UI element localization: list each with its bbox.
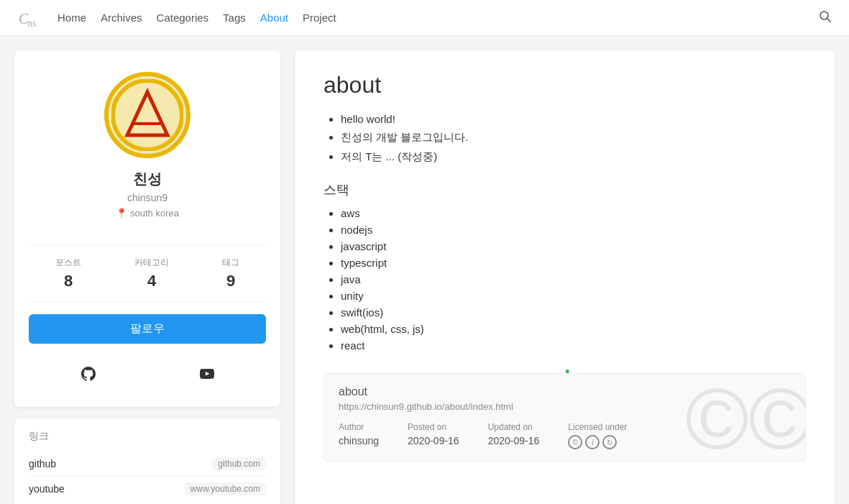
svg-text:ns: ns [27, 18, 36, 29]
site-logo[interactable]: C ns [17, 6, 40, 29]
stats-row: 포스트 8 카테고리 4 태그 9 [29, 244, 266, 303]
sa-icon: ↻ [602, 435, 617, 449]
stat-posts: 포스트 8 [55, 257, 81, 290]
nav-home[interactable]: Home [58, 12, 86, 24]
github-link-row: github github.com [29, 452, 266, 477]
profile-section: 친성 chinsun9 📍 south korea [29, 72, 266, 233]
svg-line-3 [827, 19, 831, 22]
stack-item-2: javascript [341, 240, 806, 252]
page-content: 친성 chinsun9 📍 south korea 포스트 8 카테고리 4 [0, 36, 849, 504]
youtube-icon[interactable] [196, 362, 219, 385]
location-pin-icon: 📍 [116, 208, 127, 219]
footer-card-title: about [339, 385, 791, 398]
stat-categories: 카테고리 4 [134, 257, 169, 290]
footer-posted: Posted on 2020-09-16 [408, 422, 459, 449]
intro-item-2: 저의 T는 ... (작성중) [341, 150, 806, 164]
youtube-link-url[interactable]: www.youtube.com [185, 482, 266, 495]
nav-about[interactable]: About [260, 12, 288, 24]
profile-card: 친성 chinsun9 📍 south korea 포스트 8 카테고리 4 [14, 50, 280, 407]
right-panel: about hello world! 친성의 개발 블로그입니다. 저의 T는 … [295, 50, 835, 504]
intro-item-1: 친성의 개발 블로그입니다. [341, 131, 806, 145]
stack-item-0: aws [341, 207, 806, 219]
profile-location: 📍 south korea [116, 208, 179, 219]
stack-item-3: typescript [341, 257, 806, 269]
footer-meta: Author chinsung Posted on 2020-09-16 Upd… [339, 422, 791, 449]
stack-item-7: web(html, css, js) [341, 323, 806, 335]
navbar: C ns Home Archives Categories Tags About… [0, 0, 849, 36]
social-icons [29, 355, 266, 393]
stack-item-4: java [341, 273, 806, 285]
youtube-link-row: youtube www.youtube.com [29, 477, 266, 501]
stack-item-8: react [341, 339, 806, 352]
license-icons: © i ↻ [568, 435, 627, 449]
links-title: 링크 [29, 430, 266, 443]
about-title: about [323, 72, 806, 98]
stack-list: aws nodejs javascript typescript java un… [323, 207, 806, 352]
footer-card: about https://chinsun9.github.io/about/i… [323, 373, 806, 462]
github-icon[interactable] [77, 362, 100, 385]
nav-archives[interactable]: Archives [101, 12, 142, 24]
stat-tags: 태그 9 [222, 257, 239, 290]
left-panel: 친성 chinsun9 📍 south korea 포스트 8 카테고리 4 [14, 50, 280, 504]
github-link-name: github [29, 458, 56, 469]
nav-tags[interactable]: Tags [223, 12, 246, 24]
cc-icon: © [568, 435, 582, 449]
profile-username: chinsun9 [127, 192, 167, 203]
by-icon: i [585, 435, 600, 449]
intro-item-0: hello world! [341, 113, 806, 125]
stack-title: 스택 [323, 181, 806, 198]
youtube-link-name: youtube [29, 483, 65, 495]
links-section: 링크 github github.com youtube www.youtube… [14, 418, 280, 504]
nav-project[interactable]: Project [303, 12, 336, 24]
stack-item-1: nodejs [341, 224, 806, 236]
stack-item-6: swift(ios) [341, 306, 806, 319]
avatar [104, 72, 191, 158]
follow-button[interactable]: 팔로우 [29, 314, 266, 344]
profile-name: 친성 [133, 170, 162, 189]
nav-categories[interactable]: Categories [157, 12, 209, 24]
footer-license: Licensed under © i ↻ [568, 422, 627, 449]
nav-links: Home Archives Categories Tags About Proj… [58, 12, 336, 24]
footer-card-url: https://chinsun9.github.io/about/index.h… [339, 401, 791, 412]
intro-list: hello world! 친성의 개발 블로그입니다. 저의 T는 ... (작… [323, 113, 806, 164]
footer-author: Author chinsung [339, 422, 379, 449]
search-icon[interactable] [819, 10, 832, 25]
footer-updated: Updated on 2020-09-16 [488, 422, 540, 449]
github-link-url[interactable]: github.com [212, 457, 266, 470]
stack-item-5: unity [341, 290, 806, 302]
